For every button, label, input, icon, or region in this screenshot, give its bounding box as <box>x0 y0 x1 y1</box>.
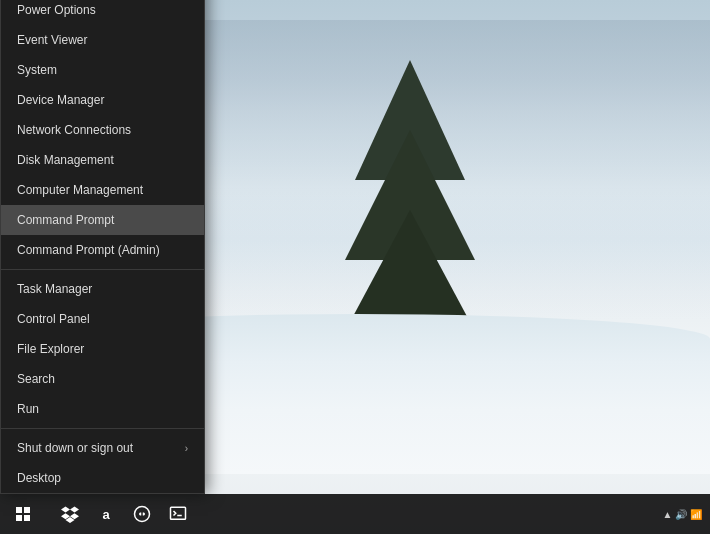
menu-separator-14 <box>1 428 204 429</box>
taskbar-icons: a <box>46 494 194 534</box>
taskbar-dropbox[interactable] <box>54 494 86 534</box>
menu-item-control-panel[interactable]: Control Panel <box>1 304 204 334</box>
menu-item-command-prompt[interactable]: Command Prompt <box>1 205 204 235</box>
taskbar-amazon[interactable]: a <box>90 494 122 534</box>
start-button[interactable] <box>0 494 46 534</box>
menu-item-label-run: Run <box>17 402 39 416</box>
taskbar-terminal[interactable] <box>162 494 194 534</box>
taskbar: a ▲ 🔊 📶 <box>0 494 710 534</box>
menu-item-label-command-prompt: Command Prompt <box>17 213 114 227</box>
menu-separator-9 <box>1 269 204 270</box>
menu-item-label-event-viewer: Event Viewer <box>17 33 87 47</box>
menu-item-network-connections[interactable]: Network Connections <box>1 115 204 145</box>
taskbar-right: ▲ 🔊 📶 <box>663 509 710 520</box>
menu-item-label-task-manager: Task Manager <box>17 282 92 296</box>
menu-item-label-shut-down: Shut down or sign out <box>17 441 133 455</box>
menu-item-label-desktop: Desktop <box>17 471 61 485</box>
menu-item-label-device-manager: Device Manager <box>17 93 104 107</box>
menu-item-label-search: Search <box>17 372 55 386</box>
menu-item-label-disk-management: Disk Management <box>17 153 114 167</box>
menu-item-system[interactable]: System <box>1 55 204 85</box>
menu-item-command-prompt-admin[interactable]: Command Prompt (Admin) <box>1 235 204 265</box>
menu-item-label-system: System <box>17 63 57 77</box>
desktop: Programs and FeaturesPower OptionsEvent … <box>0 0 710 534</box>
svg-rect-0 <box>171 507 186 519</box>
taskbar-arduino[interactable] <box>126 494 158 534</box>
menu-item-label-network-connections: Network Connections <box>17 123 131 137</box>
menu-item-device-manager[interactable]: Device Manager <box>1 85 204 115</box>
menu-item-desktop[interactable]: Desktop <box>1 463 204 493</box>
menu-item-label-computer-management: Computer Management <box>17 183 143 197</box>
menu-item-file-explorer[interactable]: File Explorer <box>1 334 204 364</box>
menu-item-label-command-prompt-admin: Command Prompt (Admin) <box>17 243 160 257</box>
menu-item-power-options[interactable]: Power Options <box>1 0 204 25</box>
menu-item-disk-management[interactable]: Disk Management <box>1 145 204 175</box>
menu-item-run[interactable]: Run <box>1 394 204 424</box>
menu-item-label-file-explorer: File Explorer <box>17 342 84 356</box>
menu-item-computer-management[interactable]: Computer Management <box>1 175 204 205</box>
menu-item-event-viewer[interactable]: Event Viewer <box>1 25 204 55</box>
menu-item-search[interactable]: Search <box>1 364 204 394</box>
windows-icon <box>16 507 30 521</box>
system-tray: ▲ 🔊 📶 <box>663 509 702 520</box>
menu-item-label-control-panel: Control Panel <box>17 312 90 326</box>
context-menu: Programs and FeaturesPower OptionsEvent … <box>0 0 205 494</box>
submenu-arrow-shut-down: › <box>185 443 188 454</box>
menu-item-task-manager[interactable]: Task Manager <box>1 274 204 304</box>
menu-item-shut-down[interactable]: Shut down or sign out› <box>1 433 204 463</box>
menu-item-label-power-options: Power Options <box>17 3 96 17</box>
